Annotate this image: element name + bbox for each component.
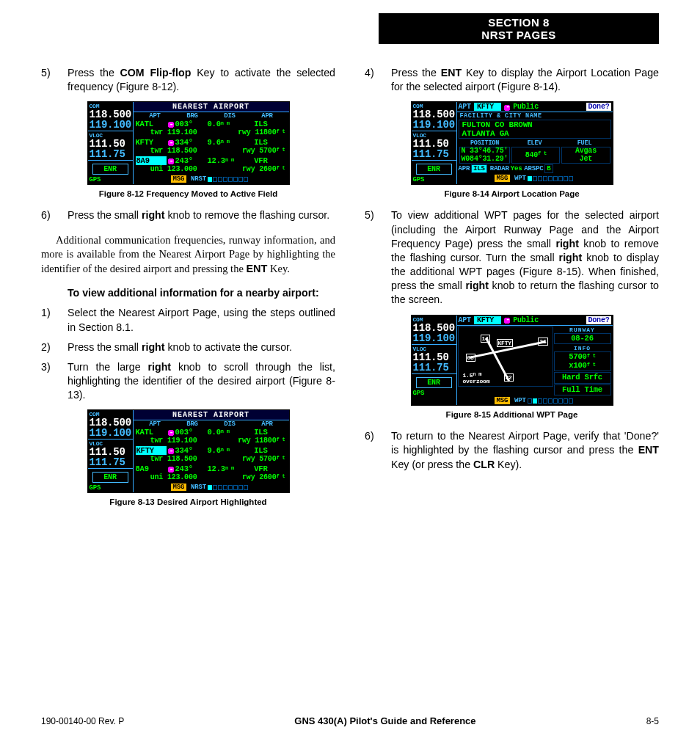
figure-caption: Figure 8-13 Desired Airport Highlighted bbox=[41, 497, 335, 506]
doc-title: GNS 430(A) Pilot's Guide and Reference bbox=[294, 715, 475, 726]
gps-screenshot-8-15: COM118.500119.100 VLOC111.50111.75 ENR G… bbox=[411, 315, 613, 406]
section-header: SECTION 8 NRST PAGES bbox=[379, 13, 659, 44]
section-number: SECTION 8 bbox=[379, 16, 659, 29]
body-paragraph: Additional communication frequencies, ru… bbox=[41, 233, 335, 277]
procedure-list: 5) Press the COM Flip-flop Key to activa… bbox=[41, 66, 335, 94]
figure-caption: Figure 8-15 Additional WPT Page bbox=[365, 410, 659, 419]
section-title: NRST PAGES bbox=[379, 29, 659, 41]
page-footer: 190-00140-00 Rev. P GNS 430(A) Pilot's G… bbox=[41, 715, 659, 726]
doc-number: 190-00140-00 Rev. P bbox=[41, 716, 124, 726]
gps-screenshot-8-12: COM 118.500 119.100 VLOC 111.50 111.75 E… bbox=[87, 101, 290, 185]
left-column: 5) Press the COM Flip-flop Key to activa… bbox=[41, 66, 335, 517]
list-item: 5) Press the COM Flip-flop Key to activa… bbox=[41, 66, 335, 94]
page-content: 5) Press the COM Flip-flop Key to activa… bbox=[41, 13, 659, 517]
gps-screenshot-8-13: COM118.500119.100 VLOC111.50111.75 ENR G… bbox=[87, 409, 290, 493]
runway-map: 14 KFTY 26 08 32 1.5n moverzoom bbox=[458, 327, 553, 387]
step-text: Press the COM Flip-flop Key to activate … bbox=[68, 66, 335, 94]
figure-caption: Figure 8-14 Airport Location Page bbox=[365, 189, 659, 198]
gps-screenshot-8-14: COM118.500119.100 VLOC111.50111.75 ENR G… bbox=[411, 101, 613, 185]
step-number: 5) bbox=[41, 66, 68, 94]
procedure-heading: To view additional information for a nea… bbox=[68, 286, 335, 300]
list-item: 6) Press the small right knob to remove … bbox=[41, 208, 335, 222]
page-number: 8-5 bbox=[646, 716, 659, 726]
right-column: 4)Press the ENT Key to display the Airpo… bbox=[365, 66, 659, 517]
figure-caption: Figure 8-12 Frequency Moved to Active Fi… bbox=[41, 189, 335, 198]
